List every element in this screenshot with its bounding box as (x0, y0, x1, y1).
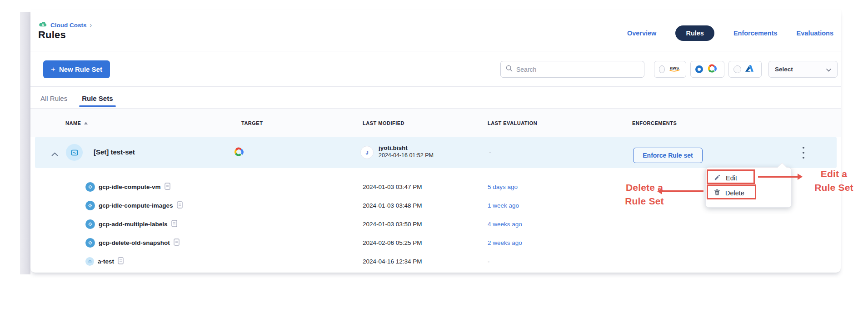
gcp-target-icon (233, 147, 244, 158)
rule-evaluation-value: - (488, 258, 490, 265)
column-header-last-evaluation: LAST EVALUATION (488, 120, 537, 126)
new-rule-set-label: New Rule Set (59, 65, 102, 73)
svg-text:$: $ (42, 23, 44, 27)
tab-rule-sets[interactable]: Rule Sets (81, 88, 114, 108)
plus-icon: + (51, 65, 55, 74)
rule-modified: 2024-01-03 03:48 PM (363, 202, 422, 209)
toolbar-divider (30, 86, 841, 87)
azure-icon (745, 65, 754, 74)
rule-note-icon[interactable] (177, 201, 183, 210)
edit-annotation: Edit a Rule Set (803, 167, 864, 194)
breadcrumb-separator: › (90, 21, 92, 29)
new-rule-set-button[interactable]: + New Rule Set (43, 60, 110, 78)
rule-evaluation-link[interactable]: 5 days ago (488, 184, 518, 190)
svg-text:aws: aws (670, 65, 679, 70)
rule-set-row[interactable]: [Set] test-set J jyoti.bisht 2024-04-16 … (35, 137, 837, 168)
rules-tab-bar: All Rules Rule Sets (40, 88, 114, 108)
kebab-menu-icon[interactable] (799, 146, 808, 159)
context-menu: Edit Delete (705, 167, 792, 208)
rule-name: gcp-idle-compute-images (99, 202, 173, 209)
rule-modified: 2024-04-16 12:34 PM (363, 258, 422, 265)
select-label: Select (775, 66, 793, 73)
rule-name: gcp-idle-compute-vm (99, 184, 161, 190)
rule-set-name: [Set] test-set (94, 148, 135, 156)
last-evaluation-value: - (489, 148, 491, 155)
azure-radio[interactable] (733, 65, 741, 73)
rule-evaluation-link[interactable]: 2 weeks ago (488, 239, 522, 246)
delete-label: Delete (725, 189, 744, 197)
filter-aws[interactable]: aws (654, 61, 686, 78)
menu-item-delete[interactable]: Delete (708, 186, 763, 200)
collapsed-sidebar-strip (20, 12, 30, 274)
rule-name: a-test (98, 258, 114, 265)
rules-panel: $ Cloud Costs › Rules Overview Rules Enf… (30, 10, 841, 273)
table-row[interactable]: a-test 2024-04-16 12:34 PM - (30, 252, 841, 271)
cloud-costs-icon: $ (39, 21, 47, 29)
rule-modified: 2024-02-06 05:25 PM (363, 239, 422, 246)
rule-name: gcp-delete-old-snapshot (99, 239, 170, 246)
rule-evaluation-link[interactable]: 1 week ago (488, 202, 519, 209)
top-navigation: Overview Rules Enforcements Evaluations (627, 25, 833, 41)
rule-icon (85, 238, 95, 248)
column-header-target: TARGET (241, 120, 263, 126)
collapse-chevron-icon[interactable] (51, 150, 58, 158)
enforce-rule-set-button[interactable]: Enforce Rule set (633, 148, 703, 163)
rule-icon (85, 219, 95, 229)
search-box (500, 61, 644, 78)
page: $ Cloud Costs › Rules Overview Rules Enf… (0, 0, 868, 318)
rule-note-icon[interactable] (118, 257, 124, 266)
filter-gcp[interactable] (690, 61, 724, 78)
rule-evaluation-link[interactable]: 4 weeks ago (488, 221, 522, 228)
tab-all-rules[interactable]: All Rules (40, 88, 68, 108)
delete-annotation: Delete a Rule Set (619, 181, 670, 208)
pencil-icon (714, 174, 721, 182)
menu-item-edit[interactable]: Edit (708, 171, 763, 185)
header-divider (30, 51, 841, 51)
sort-ascending-icon (84, 122, 88, 124)
search-icon (506, 65, 513, 74)
rule-icon (85, 182, 95, 192)
modified-timestamp: 2024-04-16 01:52 PM (379, 152, 434, 159)
edit-arrow (758, 176, 798, 178)
table-row[interactable]: gcp-add-multiple-labels 2024-01-03 03:50… (30, 215, 841, 234)
filter-azure[interactable] (728, 61, 762, 78)
column-header-last-modified: LAST MODIFIED (363, 120, 404, 126)
rule-icon (85, 201, 95, 210)
aws-icon: aws (668, 65, 681, 75)
column-header-name[interactable]: NAME (65, 120, 88, 126)
nav-tab-overview[interactable]: Overview (627, 30, 657, 37)
trash-icon (714, 189, 720, 197)
rule-icon (85, 257, 94, 266)
gcp-icon (707, 64, 717, 75)
breadcrumb: $ Cloud Costs › (39, 21, 92, 29)
column-header-enforcements: ENFORCEMENTS (632, 120, 677, 126)
select-dropdown[interactable]: Select (768, 61, 838, 78)
rule-note-icon[interactable] (171, 220, 177, 229)
page-title: Rules (38, 29, 66, 41)
nav-tab-enforcements[interactable]: Enforcements (733, 30, 778, 37)
aws-radio[interactable] (659, 65, 665, 73)
rule-name: gcp-add-multiple-labels (99, 221, 168, 228)
edit-label: Edit (726, 174, 737, 182)
rule-note-icon[interactable] (174, 238, 180, 248)
rule-modified: 2024-01-03 03:47 PM (363, 184, 422, 190)
rule-set-icon (66, 144, 83, 161)
nav-tab-evaluations[interactable]: Evaluations (797, 30, 833, 37)
nav-tab-rules[interactable]: Rules (675, 25, 714, 41)
rule-note-icon[interactable] (165, 183, 170, 192)
table-row[interactable]: gcp-delete-old-snapshot 2024-02-06 05:25… (30, 234, 841, 252)
search-input[interactable] (516, 66, 639, 73)
table-header-background (30, 109, 841, 137)
gcp-radio[interactable] (695, 65, 703, 73)
chevron-down-icon (826, 65, 831, 74)
last-modified-cell: jyoti.bisht 2024-04-16 01:52 PM (379, 144, 434, 159)
breadcrumb-link[interactable]: Cloud Costs (50, 22, 87, 29)
rule-modified: 2024-01-03 03:50 PM (363, 221, 422, 228)
avatar: J (360, 146, 374, 159)
owner-name: jyoti.bisht (379, 144, 434, 152)
